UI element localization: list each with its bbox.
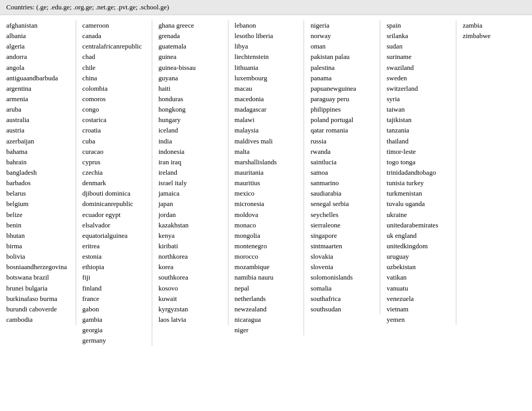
country-item: zambia [463,20,526,31]
country-item: ecuador egypt [82,210,146,220]
countries-grid: afghanistanalbaniaalgeriaandorraangolaan… [0,15,532,351]
country-item: thailand [386,136,450,147]
country-item: ireland [159,167,222,178]
country-item: eritrea [82,241,146,251]
country-item: dominicanrepublic [82,199,146,209]
country-item: togo tonga [386,157,450,167]
country-item: slovakia [310,251,373,262]
country-item: japan [159,199,222,209]
header-bar: Countries: (.ge; .edu.ge; .org.ge; .net.… [0,0,532,15]
country-item: moldova [235,210,298,220]
country-item: southkorea [159,272,222,283]
country-item: andorra [6,52,69,62]
country-item: macedonia [235,94,298,104]
country-item: trinidadandtobago [386,167,450,178]
country-item: gambia [82,315,146,325]
country-item: cyprus [82,157,146,167]
country-column-5: nigerianorwayomanpakistan palaupalestina… [304,20,380,315]
country-item: monaco [235,220,298,231]
country-item: niger [235,325,298,335]
country-item: uruguay [386,251,450,262]
country-column-2: camerooncanadacentralafricanrepublicchad… [76,20,152,346]
country-item: northkorea [159,251,222,262]
country-item: sweden [386,73,450,83]
country-item: israel italy [159,178,222,188]
country-item: bahama [6,147,69,157]
country-item: estonia [82,251,146,262]
country-item: cuba [82,136,146,147]
country-item: bosniaandherzegovina [6,262,69,272]
country-item: sierraleone [310,220,373,231]
country-item: kiribati [159,241,222,251]
country-item: belize [6,210,69,220]
country-item: antiguaandbarbuda [6,73,69,83]
country-item: macau [235,83,298,94]
country-item: georgia [82,325,146,335]
country-item: liechtenstein [235,52,298,62]
country-item: seychelles [310,210,373,220]
country-item: haiti [159,83,222,94]
country-item: pakistan palau [310,52,373,62]
country-item: mauritius [235,178,298,188]
country-item: venezuela [386,294,450,304]
country-item: bahrain [6,157,69,167]
country-item: azerbaijan [6,136,69,147]
country-item: colombia [82,83,146,94]
country-item: rwanda [310,147,373,157]
country-item: indonesia [159,147,222,157]
header-label: Countries: [6,3,34,11]
country-item: norway [310,31,373,41]
country-item: centralafricanrepublic [82,41,146,52]
country-item: yemen [386,315,450,325]
country-item: botswana brazil [6,272,69,283]
country-item: sintmaarten [310,241,373,251]
header-domains: (.ge; .edu.ge; .org.ge; .net.ge; .pvt.ge… [36,3,169,11]
country-item: malta [235,147,298,157]
country-item: brunei bulgaria [6,283,69,294]
country-item: guinea-bissau [159,63,222,73]
country-item: singapore [310,231,373,241]
country-item: hongkong [159,104,222,115]
country-item: ethiopia [82,262,146,272]
country-item: elsalvador [82,220,146,231]
country-item: syria [386,94,450,104]
country-item: cambodia [6,315,69,325]
country-item: australia [6,115,69,125]
country-item: suriname [386,52,450,62]
country-item: mexico [235,188,298,199]
country-item: armenia [6,94,69,104]
country-item: aruba [6,104,69,115]
country-item: austria [6,125,69,136]
country-item: luxembourg [235,73,298,83]
country-item: maldives mali [235,136,298,147]
country-item: guinea [159,52,222,62]
country-item: algeria [6,41,69,52]
country-item: comoros [82,94,146,104]
country-item: marshallislands [235,157,298,167]
country-item: ghana greece [159,20,222,31]
country-item: zimbabwe [463,31,526,41]
country-item: iceland [159,125,222,136]
country-item: somalia [310,283,373,294]
country-item: kyrgyzstan [159,304,222,315]
country-item: grenada [159,31,222,41]
country-item: guyana [159,73,222,83]
country-item: samoa [310,167,373,178]
country-item: oman [310,41,373,52]
country-item: costarica [82,115,146,125]
country-column-7: zambiazimbabwe [456,20,532,41]
country-item: canada [82,31,146,41]
country-item: russia [310,136,373,147]
country-item: sanmarino [310,178,373,188]
country-item: micronesia [235,199,298,209]
country-column-6: spainsrilankasudansurinameswazilandswede… [380,20,456,325]
country-item: solomonislands [310,272,373,283]
country-item: bhutan [6,231,69,241]
country-item: turkmenistan [386,188,450,199]
country-item: malawi [235,115,298,125]
country-item: nigeria [310,20,373,31]
country-item: taiwan [386,104,450,115]
country-item: chad [82,52,146,62]
country-item: uk england [386,231,450,241]
country-item: tunisia turkey [386,178,450,188]
